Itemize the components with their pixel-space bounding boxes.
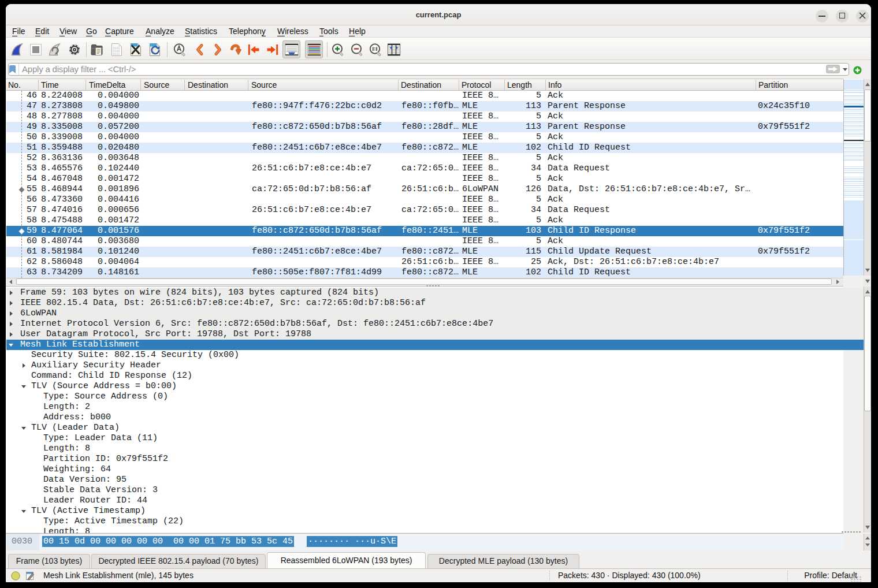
svg-text:0111: 0111 bbox=[113, 53, 120, 56]
